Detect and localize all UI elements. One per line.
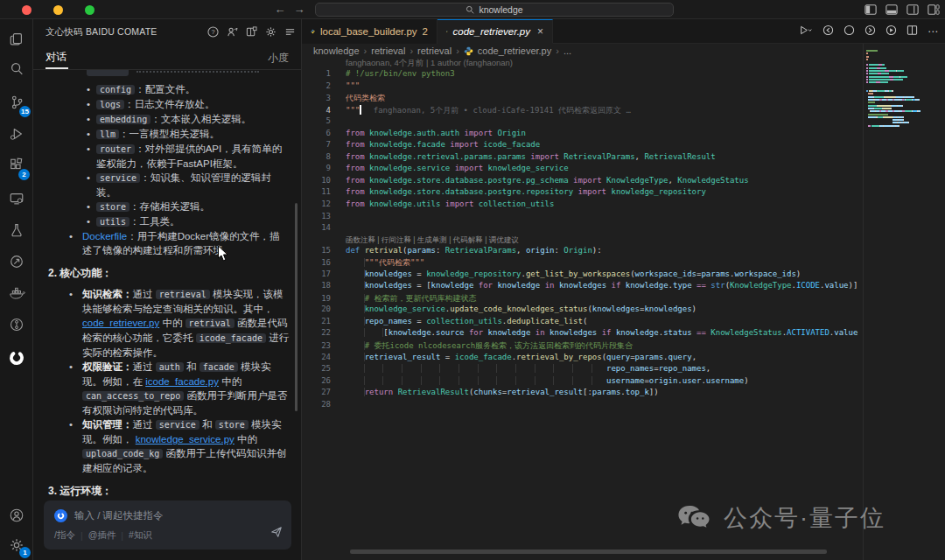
code-line[interactable]: 24 retrieval_result = icode_facade.retri… (302, 353, 863, 365)
code-line[interactable]: 13 (302, 212, 863, 224)
close-icon[interactable]: × (537, 25, 543, 38)
search-icon[interactable] (0, 56, 33, 82)
breadcrumb-separator: › (456, 46, 459, 56)
send-icon[interactable] (270, 526, 283, 542)
input-hint[interactable]: @插件 (88, 529, 116, 542)
layout-icon[interactable] (246, 26, 257, 38)
step-forward-icon[interactable] (864, 24, 876, 39)
toggle-panel-icon[interactable] (886, 4, 898, 16)
more-actions-icon[interactable]: ⋯ (928, 25, 938, 38)
code-line[interactable]: 12from knowledge.utils import collection… (302, 200, 863, 212)
horizontal-scrollbar[interactable] (350, 550, 827, 554)
chat-link[interactable]: code_retriever.py (82, 318, 159, 328)
nav-forward-icon[interactable]: → (292, 3, 306, 16)
code-line[interactable]: 22 [knowledge.source for knowledge in kn… (302, 328, 863, 340)
chat-link[interactable]: Dockerfile (82, 231, 127, 242)
breadcrumb-separator: › (364, 46, 368, 56)
minimize-window-button[interactable] (53, 5, 63, 15)
search-value: knowledge (479, 4, 522, 15)
customize-layout-icon[interactable] (928, 4, 940, 16)
run-debug-icon[interactable] (0, 121, 33, 147)
explorer-icon[interactable] (0, 26, 33, 52)
help-icon[interactable]: ? (207, 26, 219, 38)
breadcrumb-item[interactable]: ... (564, 46, 571, 56)
chat-list-item: •llm：一言模型相关逻辑。 (33, 127, 290, 142)
breadcrumb-item[interactable]: knowledge (313, 46, 360, 56)
close-window-button[interactable] (22, 5, 32, 15)
code-line[interactable]: 14 (302, 223, 863, 235)
extensions-icon[interactable]: 2 (0, 152, 33, 178)
chat-input-hints: /指令|@插件|#知识 (44, 522, 291, 542)
toggle-sidebar-icon[interactable] (864, 4, 877, 16)
chat-link[interactable]: icode_facade.py (145, 376, 219, 387)
code-line[interactable]: 28 (302, 400, 863, 412)
code-line[interactable]: 8from knowledge.retrieval.params.params … (302, 152, 863, 164)
chat-scrollbar[interactable] (295, 203, 298, 411)
code-line[interactable]: 9from knowledge.service import knowledge… (302, 164, 863, 176)
settings-gear-icon[interactable]: 1 (0, 532, 33, 558)
code-line[interactable]: 3代码类检索 (302, 93, 863, 105)
code-line[interactable]: 15def retrival(params: RetrievalParams, … (302, 246, 863, 258)
assistant-label[interactable]: 小度 (268, 51, 289, 66)
feedback-icon[interactable] (227, 26, 238, 38)
input-hint[interactable]: /指令 (54, 529, 75, 542)
input-hint[interactable]: #知识 (129, 529, 152, 542)
remote-explorer-icon[interactable] (0, 186, 33, 212)
chat-list-item: •权限验证：通过 auth 和 facade 模块实现。例如，在 icode_f… (33, 360, 290, 417)
code-line[interactable]: 26 username=origin.user.username) (302, 376, 863, 388)
gear-icon[interactable] (265, 26, 276, 38)
step-back-icon[interactable] (822, 24, 834, 39)
run-interactive-icon[interactable] (886, 24, 897, 39)
live-share-icon[interactable] (0, 248, 33, 275)
code-line[interactable]: 10from knowledge.store.database.postgre.… (302, 176, 863, 188)
codelens-actions[interactable]: 函数注释 | 行间注释 | 生成单测 | 代码解释 | 调优建议 (346, 235, 863, 246)
git-graph-icon[interactable] (0, 312, 33, 338)
code-line[interactable]: 6from knowledge.auth.auth import Origin (302, 129, 863, 141)
code-line[interactable]: 2""" (302, 81, 863, 94)
tab-local-base-builder[interactable]: local_base_builder.py 2 (302, 19, 438, 44)
code-line[interactable]: 4"""fanghaonan, 5个月前 • cloud-iCafe-19141… (302, 105, 863, 117)
code-line[interactable]: 23 # 委托icode nlcodesearch服务检索，该方法返回检索到的代… (302, 340, 863, 353)
tab-code-retriever[interactable]: code_retriever.py × (438, 19, 553, 44)
run-python-button[interactable] (800, 24, 813, 39)
code-line[interactable]: 16 """代码检索""" (302, 257, 863, 270)
code-line[interactable]: 11from knowledge.store.database.postgre.… (302, 187, 863, 200)
code-line[interactable]: 21 repo_names = collection_utils.dedupli… (302, 317, 863, 329)
accounts-icon[interactable] (0, 502, 33, 528)
tab-label: local_base_builder.py (320, 26, 417, 37)
breadcrumb-item[interactable]: code_retriever.py (478, 46, 551, 56)
code-line[interactable]: 7from knowledge.facade import icode_faca… (302, 140, 863, 152)
docker-icon[interactable] (0, 280, 33, 306)
breadcrumb[interactable]: knowledge › retrieval › retrieval › code… (313, 44, 571, 58)
split-editor-icon[interactable] (906, 24, 918, 39)
menu-icon[interactable] (284, 26, 296, 38)
tab-bar: local_base_builder.py 2 code_retriever.p… (302, 19, 945, 44)
breadcrumb-item[interactable]: retrieval (371, 46, 405, 56)
code-editor[interactable]: fanghaonan, 4个月前 | 1 author (fanghaonan)… (302, 58, 863, 560)
code-line[interactable]: 5 (302, 116, 863, 129)
breadcrumb-item[interactable]: retrieval (417, 46, 452, 56)
code-line[interactable]: 20 knowledge_service.update_code_knowled… (302, 304, 863, 317)
code-line[interactable]: 25 repo_names=repo_names, (302, 364, 863, 376)
code-line[interactable]: 27 return RetrievalResult(chunks=retriev… (302, 388, 863, 400)
chat-link[interactable]: knowledge_service.py (136, 434, 234, 444)
code-line[interactable]: 1# !/usr/bin/env python3 (302, 69, 863, 81)
panel-title: 文心快码 BAIDU COMATE (46, 26, 157, 38)
tab-conversation[interactable]: 对话 (46, 50, 66, 65)
chat-input-box[interactable]: 输入 / 调起快捷指令 /指令|@插件|#知识 (44, 500, 291, 550)
testing-beaker-icon[interactable] (0, 217, 33, 243)
chat-content[interactable]: •config：配置文件。•logs：日志文件存放处。•embedding：文本… (33, 70, 302, 502)
minimap[interactable] (866, 50, 936, 130)
settings-badge: 1 (19, 547, 31, 558)
comate-icon[interactable] (0, 345, 33, 371)
code-line[interactable]: 17 knowledges = knowledge_repository.get… (302, 270, 863, 282)
nav-back-icon[interactable]: ← (273, 3, 287, 16)
toggle-secondary-sidebar-icon[interactable] (906, 4, 919, 16)
record-icon[interactable] (844, 24, 855, 39)
python-icon (464, 46, 473, 56)
code-line[interactable]: 18 knowledges = [knowledge for knowledge… (302, 281, 863, 293)
command-center-search[interactable]: knowledge (315, 3, 674, 17)
source-control-icon[interactable]: 15 (0, 89, 33, 116)
code-line[interactable]: 19 # 检索前，更新代码库构建状态 (302, 293, 863, 305)
maximize-window-button[interactable] (85, 5, 94, 15)
